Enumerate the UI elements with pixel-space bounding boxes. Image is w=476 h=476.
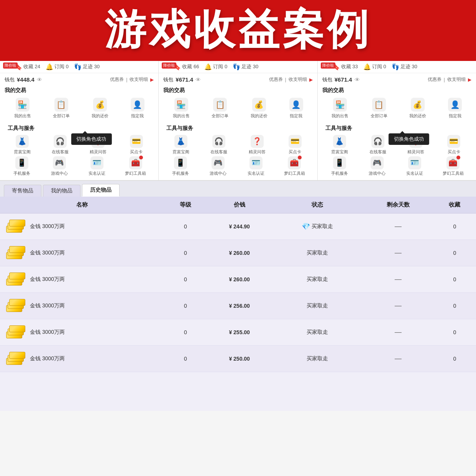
- item-level: 0: [164, 319, 207, 345]
- item-collect: 0: [433, 240, 476, 266]
- item-name: 金钱 3000万两: [30, 276, 65, 283]
- tool-item[interactable]: 🪪实名认证: [405, 156, 424, 176]
- tool-item[interactable]: 🎧在线客服: [51, 135, 70, 155]
- gold-icon: [5, 351, 26, 366]
- tool-item[interactable]: 🪪实名认证: [87, 156, 107, 176]
- trade-icon-box: 📋: [372, 98, 386, 112]
- item-days: —: [363, 213, 433, 240]
- tool-label: 在线客服: [369, 149, 386, 155]
- coupon-link[interactable]: 优惠券: [269, 76, 283, 83]
- trade-icons: 🏪我的出售📋全部订单💰我的还价👤指定我: [159, 95, 317, 122]
- my-trade-label: 我的交易: [159, 85, 317, 95]
- tool-item[interactable]: ❓精灵问答: [248, 135, 267, 155]
- item-collect: 0: [433, 292, 476, 319]
- tool-label: 在线客服: [210, 149, 227, 155]
- tool-icon-box: 🪪: [90, 156, 103, 169]
- item-price: ¥ 256.00: [207, 292, 272, 319]
- trade-item[interactable]: 🏪我的出售: [14, 98, 31, 119]
- tab-2[interactable]: 历史物品: [82, 184, 120, 197]
- footprint-item: 👣 足迹 30: [392, 63, 417, 71]
- gold-icon: [5, 219, 26, 234]
- item-name-cell: 金钱 3000万两: [0, 213, 164, 240]
- trade-item[interactable]: 🏪我的出售: [173, 98, 190, 119]
- tool-item[interactable]: 💳买点卡: [444, 135, 463, 155]
- tool-label: 梦幻工具箱: [284, 171, 305, 176]
- table-header: 价钱: [207, 197, 272, 213]
- tool-item[interactable]: 🎧在线客服: [209, 135, 228, 155]
- tool-item[interactable]: 👗霓裳宝阁: [330, 135, 349, 155]
- collect-item: 🔖 收藏 24: [15, 63, 40, 71]
- tool-item[interactable]: 👗霓裳宝阁: [13, 135, 32, 155]
- status-text: 买家取走: [312, 223, 333, 230]
- switch-role-badge: 切换角色成功: [71, 133, 112, 145]
- coupon-link[interactable]: 优惠券: [110, 76, 124, 83]
- trade-item[interactable]: 👤指定我: [131, 98, 144, 119]
- trade-item[interactable]: 💰我的还价: [92, 98, 108, 119]
- tool-item[interactable]: 💳买点卡: [127, 135, 146, 155]
- tool-item[interactable]: 🧰梦幻工具箱: [125, 156, 146, 176]
- tool-label: 游戏中心: [210, 171, 227, 176]
- tool-icon-box: ❓: [251, 135, 264, 148]
- trade-icon-box: 🏪: [333, 98, 347, 112]
- trade-item[interactable]: 💰我的还价: [251, 98, 268, 119]
- trade-item[interactable]: 📋全部订单: [53, 98, 70, 119]
- trade-item[interactable]: 🏪我的出售: [332, 98, 348, 119]
- item-name: 金钱 3000万两: [30, 223, 65, 230]
- trade-item[interactable]: 👤指定我: [448, 98, 462, 119]
- statement-link[interactable]: 收支明细: [289, 76, 307, 83]
- eye-icon[interactable]: 👁: [195, 77, 201, 83]
- trade-icon-box: 👤: [448, 98, 462, 112]
- tool-item[interactable]: 🧰梦幻工具箱: [284, 156, 305, 176]
- trade-icon-box: 🏪: [16, 98, 30, 112]
- trade-icon-box: 💰: [411, 98, 425, 112]
- trade-item[interactable]: 📋全部订单: [212, 98, 228, 119]
- item-price: ¥ 255.00: [207, 319, 272, 345]
- tool-icon-box: 💳: [447, 135, 460, 148]
- tool-label: 游戏中心: [51, 171, 68, 176]
- panel-topbar: 降价啦 🔖 收藏 24 🔔 订阅 0 👣 足迹 30: [0, 61, 158, 73]
- tool-label: 霓裳宝阁: [14, 149, 31, 155]
- statement-link[interactable]: 收支明细: [447, 76, 466, 83]
- item-name: 金钱 3000万两: [30, 302, 65, 309]
- trade-icon-box: 👤: [289, 98, 303, 112]
- item-level: 0: [164, 266, 207, 292]
- eye-icon[interactable]: 👁: [37, 77, 42, 83]
- gold-icon: [5, 245, 26, 261]
- wallet-label: 钱包: [163, 76, 173, 83]
- item-name: 金钱 3000万两: [30, 355, 65, 362]
- tool-item[interactable]: 💳买点卡: [286, 135, 305, 155]
- statement-link[interactable]: 收支明细: [130, 76, 148, 83]
- subscribe-item: 🔔 订阅 0: [363, 63, 386, 71]
- tool-item[interactable]: 🎧在线客服: [368, 135, 387, 155]
- tool-item[interactable]: 📱手机服务: [12, 156, 31, 176]
- trade-item[interactable]: 📋全部订单: [371, 98, 387, 119]
- trade-item[interactable]: 👤指定我: [289, 98, 303, 119]
- subscribe-item: 🔔 订阅 0: [204, 63, 227, 71]
- tool-item[interactable]: 🧰梦幻工具箱: [443, 156, 464, 176]
- switch-role-badge: 切换角色成功: [389, 133, 429, 145]
- tool-item[interactable]: 🎮游戏中心: [368, 156, 387, 176]
- tools-label: 工具与服务: [3, 123, 155, 133]
- tool-item[interactable]: 👗霓裳宝阁: [171, 135, 190, 155]
- tool-label: 实名认证: [248, 171, 264, 176]
- tool-label: 霓裳宝阁: [172, 149, 189, 155]
- tool-item[interactable]: 🪪实名认证: [246, 156, 266, 176]
- eye-icon[interactable]: 👁: [355, 77, 360, 83]
- tool-item[interactable]: 📱手机服务: [171, 156, 190, 176]
- subscribe-icon: 🔔: [204, 63, 212, 71]
- coupon-link[interactable]: 优惠券: [428, 76, 442, 83]
- tab-1[interactable]: 我的物品: [43, 185, 80, 197]
- tool-label: 梦幻工具箱: [443, 171, 464, 176]
- trade-item-label: 指定我: [449, 113, 461, 119]
- tool-item[interactable]: 📱手机服务: [330, 156, 349, 176]
- notif-dot: [456, 156, 460, 159]
- trade-item[interactable]: 💰我的还价: [409, 98, 426, 119]
- trade-icons: 🏪我的出售📋全部订单💰我的还价👤指定我: [0, 95, 158, 122]
- panel-3: 降价啦 🔖 收藏 33 🔔 订阅 0 👣 足迹 30 钱包 ¥671.4 👁 优…: [318, 61, 476, 180]
- tool-item[interactable]: 🎮游戏中心: [50, 156, 69, 176]
- tool-item[interactable]: 🎮游戏中心: [208, 156, 228, 176]
- wallet-amount: ¥671.4: [335, 76, 352, 83]
- table-row: 金钱 3000万两 0¥ 250.00买家取走—0: [0, 345, 476, 372]
- tab-0[interactable]: 寄售物品: [4, 185, 41, 197]
- main-section: 寄售物品我的物品历史物品 名称等级价钱状态剩余天数收藏 金钱 3000万两 0¥…: [0, 181, 476, 411]
